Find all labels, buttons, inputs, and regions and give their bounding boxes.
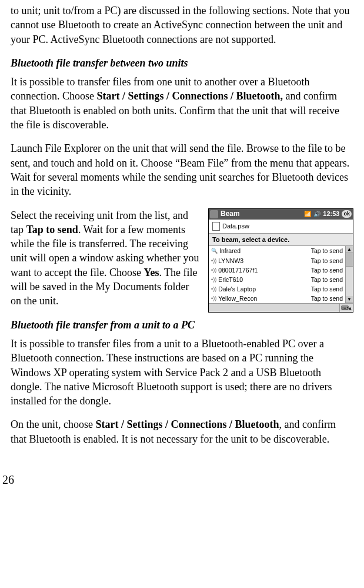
device-row[interactable]: •))LYNNW3 Tap to send — [209, 256, 345, 265]
window-titlebar: Beam 📶 🔊 12:53 ok — [209, 209, 353, 220]
section-2-heading: Bluetooth file transfer from a unit to a… — [11, 318, 353, 332]
device-name: Infrared — [219, 247, 241, 255]
section-2-p1: It is possible to transfer files from a … — [11, 337, 353, 408]
device-name: Yellow_Recon — [218, 294, 257, 303]
section-2-p2: On the unit, choose Start / Settings / C… — [11, 417, 353, 446]
search-icon: 🔍 — [211, 247, 218, 254]
menu-path-bold: Start / Settings / Connections / Bluetoo… — [96, 90, 283, 102]
scrollbar[interactable]: ▲ ▼ — [345, 246, 353, 303]
bluetooth-icon: •)) — [211, 295, 216, 302]
device-row[interactable]: •))Yellow_Recon Tap to send — [209, 294, 345, 303]
text: On the unit, choose — [11, 418, 95, 430]
device-list: 🔍Infrared Tap to send •))LYNNW3 Tap to s… — [209, 246, 345, 303]
document-icon — [212, 222, 220, 231]
device-action: Tap to send — [311, 294, 343, 303]
scroll-down-icon[interactable]: ▼ — [346, 296, 353, 303]
section-1-p1: It is possible to transfer files from on… — [11, 75, 353, 132]
device-row[interactable]: •))0800171767f1 Tap to send — [209, 265, 345, 275]
menu-path-bold: Start / Settings / Connections / Bluetoo… — [95, 418, 279, 430]
ok-button[interactable]: ok — [342, 210, 352, 217]
device-name: EricT610 — [218, 275, 243, 284]
intro-paragraph: to unit; unit to/from a PC) are discusse… — [11, 4, 353, 46]
speaker-icon: 🔊 — [313, 210, 320, 218]
signal-icon: 📶 — [304, 210, 311, 218]
device-name: LYNNW3 — [218, 257, 243, 265]
yes-bold: Yes — [143, 267, 159, 278]
device-action: Tap to send — [311, 285, 343, 293]
device-name: Dale's Laptop — [218, 285, 256, 293]
scroll-thumb[interactable] — [346, 253, 353, 267]
device-action: Tap to send — [311, 275, 343, 284]
device-row[interactable]: 🔍Infrared Tap to send — [209, 246, 345, 255]
device-action: Tap to send — [311, 247, 343, 255]
start-icon[interactable] — [210, 210, 218, 218]
window-title: Beam — [221, 209, 302, 218]
file-name: Data.psw — [222, 222, 249, 231]
device-row[interactable]: •))EricT610 Tap to send — [209, 275, 345, 284]
device-action: Tap to send — [311, 257, 343, 265]
scroll-track[interactable] — [346, 267, 353, 296]
beam-screenshot: Beam 📶 🔊 12:53 ok Data.psw To beam, sele… — [208, 208, 353, 313]
tap-to-send-bold: Tap to send — [26, 224, 78, 235]
bottom-bar: ⌨▴ — [209, 303, 353, 312]
device-row[interactable]: •))Dale's Laptop Tap to send — [209, 284, 345, 294]
bluetooth-icon: •)) — [211, 257, 216, 264]
keyboard-icon[interactable]: ⌨▴ — [339, 304, 353, 312]
bluetooth-icon: •)) — [211, 267, 216, 274]
bluetooth-icon: •)) — [211, 276, 216, 283]
file-row: Data.psw — [209, 220, 353, 234]
device-name: 0800171767f1 — [218, 266, 258, 274]
clock-time: 12:53 — [323, 210, 339, 218]
page-number: 26 — [2, 472, 353, 488]
instruction-text: To beam, select a device. — [209, 234, 353, 247]
device-action: Tap to send — [311, 266, 343, 274]
section-1-p2: Launch File Explorer on the unit that wi… — [11, 141, 353, 198]
section-1-heading: Bluetooth file transfer between two unit… — [11, 56, 353, 70]
bluetooth-icon: •)) — [211, 285, 216, 293]
scroll-up-icon[interactable]: ▲ — [346, 246, 353, 253]
